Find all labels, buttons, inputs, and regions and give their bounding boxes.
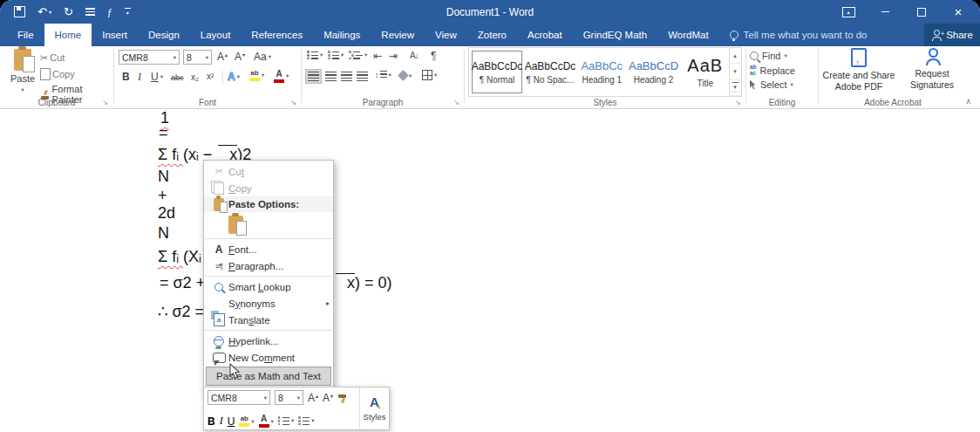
menu-item-smart-lookup[interactable]: Smart Lookup: [204, 278, 333, 295]
tab-layout[interactable]: Layout: [190, 24, 242, 46]
select-button[interactable]: Select ▾: [750, 79, 818, 90]
decrease-indent-button[interactable]: ⇤: [373, 50, 382, 62]
tab-acrobat[interactable]: Acrobat: [517, 24, 573, 46]
mini-highlight-button[interactable]: ab▾: [239, 415, 254, 427]
style-sample: AaBbCc: [581, 59, 623, 72]
tab-references[interactable]: References: [241, 24, 313, 46]
subscript-button[interactable]: x₂: [191, 72, 199, 82]
tab-wordmat[interactable]: WordMat: [657, 24, 718, 46]
mini-underline-button[interactable]: U: [228, 415, 235, 428]
justify-button[interactable]: [357, 72, 368, 81]
menu-item-hyperlink[interactable]: Hyperlink...: [204, 333, 333, 349]
share-button[interactable]: + Share: [924, 24, 980, 46]
collapse-ribbon-button[interactable]: ∧: [965, 97, 971, 106]
style-no-spacing[interactable]: AaBbCcDc ¶ No Spac...: [525, 51, 575, 93]
sort-button[interactable]: A↓: [410, 51, 419, 60]
bold-button[interactable]: B: [122, 71, 130, 83]
grindeq-addin-button[interactable]: [85, 8, 95, 15]
styles-more-button[interactable]: ▾: [729, 80, 741, 96]
grow-font-button[interactable]: A▴: [217, 51, 228, 63]
find-button[interactable]: Find ▾: [750, 51, 818, 61]
style-heading1[interactable]: AaBbCc Heading 1: [578, 51, 626, 93]
underline-button[interactable]: U▾: [151, 71, 163, 83]
menu-item-paste-as-math-and-text[interactable]: Paste as Math and Text: [206, 367, 331, 386]
paste-option-keep-source[interactable]: [204, 212, 333, 237]
tab-mailings[interactable]: Mailings: [313, 24, 371, 46]
menu-item-paragraph[interactable]: ≡¶ Paragraph...: [204, 257, 333, 274]
text-highlight-button[interactable]: ab▾: [249, 70, 264, 81]
request-signatures-button[interactable]: RequestSignatures: [902, 48, 962, 91]
mini-grow-font-button[interactable]: A▴: [308, 392, 318, 404]
font-name-combo[interactable]: CMR8 ▾: [119, 50, 180, 65]
menu-item-font[interactable]: A Font...: [204, 241, 333, 257]
shrink-font-button[interactable]: A▾: [235, 51, 245, 63]
mini-bold-button[interactable]: B: [208, 415, 215, 428]
styles-dialog-launcher[interactable]: ↘: [735, 99, 741, 106]
mini-bullets-button[interactable]: ▾: [278, 417, 294, 425]
superscript-button[interactable]: x²: [207, 72, 214, 81]
cut-button[interactable]: ✂ Cut: [40, 52, 65, 63]
restore-button[interactable]: [903, 0, 940, 24]
undo-button[interactable]: ↶▾: [37, 6, 51, 17]
borders-button[interactable]: ▾: [422, 70, 437, 80]
tab-view[interactable]: View: [425, 24, 467, 46]
mini-font-color-button[interactable]: A▾: [259, 415, 274, 428]
save-button[interactable]: [14, 6, 25, 17]
document-canvas[interactable]: 1 = Σ fᵢ (xᵢ − x)2 N + 2d N Σ fᵢ (Xᵢ − =…: [0, 109, 980, 432]
menu-item-translate[interactable]: a Translate: [204, 312, 333, 328]
bullets-button[interactable]: ▾: [307, 51, 323, 59]
tab-zotero[interactable]: Zotero: [467, 24, 517, 46]
font-color-button[interactable]: A▾: [274, 70, 289, 83]
mini-font-name-combo[interactable]: CMR8 ▾: [208, 390, 270, 405]
tab-grindeq-math[interactable]: GrindEQ Math: [573, 24, 658, 46]
tab-home[interactable]: Home: [44, 24, 92, 46]
change-case-button[interactable]: Aa▾: [254, 51, 271, 63]
tab-design[interactable]: Design: [138, 24, 190, 46]
mini-shrink-font-button[interactable]: A▾: [323, 392, 333, 404]
font-size-combo[interactable]: 8 ▾: [183, 50, 212, 65]
close-button[interactable]: ×: [940, 0, 977, 24]
mini-numbering-button[interactable]: ▾: [298, 417, 314, 425]
ribbon-display-options-button[interactable]: ▴: [830, 0, 867, 24]
menu-item-new-comment[interactable]: New Comment: [204, 349, 333, 366]
strikethrough-button[interactable]: abc: [171, 73, 184, 82]
tab-file[interactable]: File: [7, 24, 44, 46]
align-left-button[interactable]: [305, 69, 322, 84]
align-center-button[interactable]: [325, 72, 337, 81]
text-effects-button[interactable]: A▾: [228, 71, 240, 83]
tell-me-box[interactable]: Tell me what you want to do: [719, 24, 878, 46]
clipboard-dialog-launcher[interactable]: ↘: [102, 99, 108, 106]
create-share-pdf-button[interactable]: ↑ Create and ShareAdobe PDF: [820, 48, 897, 93]
styles-scroll-up-button[interactable]: ▴: [729, 48, 741, 64]
menu-item-synonyms[interactable]: Synonyms ▸: [204, 295, 333, 312]
mini-styles-button[interactable]: A ✎ Styles: [359, 387, 389, 429]
menu-item-copy[interactable]: Copy: [204, 180, 333, 196]
customize-qat-button[interactable]: ▾: [125, 8, 131, 16]
redo-button[interactable]: ↻: [64, 6, 73, 17]
menu-item-cut[interactable]: ✂ Cut: [204, 163, 333, 180]
font-dialog-launcher[interactable]: ↘: [290, 99, 296, 106]
paragraph-dialog-launcher[interactable]: ↘: [453, 99, 459, 106]
mini-italic-button[interactable]: I: [220, 415, 223, 428]
style-normal[interactable]: AaBbCcDc ¶ Normal: [472, 51, 522, 93]
tab-review[interactable]: Review: [371, 24, 425, 46]
styles-scroll-down-button[interactable]: ▾: [729, 64, 741, 79]
align-right-button[interactable]: [341, 72, 352, 81]
wordmat-addin-button[interactable]: ƒ: [107, 7, 112, 17]
multilevel-list-button[interactable]: ▾: [349, 51, 367, 59]
paste-button[interactable]: Paste ▾: [7, 49, 38, 93]
style-heading2[interactable]: AaBbCcD Heading 2: [629, 51, 679, 93]
numbered-list-icon: [298, 417, 310, 425]
shading-button[interactable]: ▾: [399, 72, 412, 79]
italic-button[interactable]: I: [138, 71, 141, 84]
replace-button[interactable]: abac Replace: [750, 65, 818, 76]
show-hide-pilcrow-button[interactable]: ¶: [431, 50, 436, 62]
increase-indent-button[interactable]: ⇥: [389, 50, 398, 62]
copy-button[interactable]: Copy: [40, 68, 75, 80]
mini-font-size-combo[interactable]: 8 ▾: [275, 390, 303, 405]
numbering-button[interactable]: ▾: [328, 51, 344, 59]
style-title[interactable]: AaB Title: [682, 51, 730, 93]
tab-insert[interactable]: Insert: [92, 24, 138, 46]
minimize-button[interactable]: [867, 0, 903, 24]
line-spacing-button[interactable]: ↕▾: [375, 71, 391, 79]
